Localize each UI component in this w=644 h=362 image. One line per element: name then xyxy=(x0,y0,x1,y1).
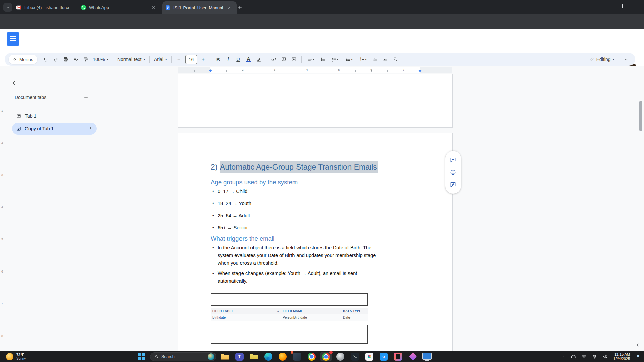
sunny-weather-icon xyxy=(6,353,13,360)
increase-font-size-button[interactable]: + xyxy=(199,55,208,64)
browser-tab-strip: Inbox (4) - ishann.tforce@gmai WhatsApp … xyxy=(0,0,644,14)
tab-options-kebab-icon[interactable] xyxy=(88,126,93,131)
doc-bullet: 65+ → Senior xyxy=(211,224,248,231)
underline-button[interactable]: U xyxy=(234,55,243,64)
field-table-row: Birthdate PersonBirthdate Date xyxy=(211,314,368,321)
doc-bullet: 18–24 → Youth xyxy=(211,200,251,207)
right-indent-marker[interactable] xyxy=(418,70,422,72)
touch-keyboard-icon[interactable] xyxy=(580,353,588,361)
doc-bullet: 0–17 → Child xyxy=(211,188,247,195)
tab-close-icon[interactable] xyxy=(151,5,156,10)
italic-button[interactable]: I xyxy=(224,55,233,64)
add-comment-icon[interactable] xyxy=(449,156,458,164)
window-minimize-button[interactable] xyxy=(598,0,613,12)
collapse-panel-chevron-icon[interactable] xyxy=(634,341,641,349)
taskbar-file-explorer-icon[interactable] xyxy=(219,352,231,361)
window-maximize-button[interactable] xyxy=(613,0,628,12)
field-table-header-row: FIELD LABEL▲ FIELD NAME DATA TYPE xyxy=(211,308,368,314)
start-button[interactable] xyxy=(136,352,147,361)
spell-check-icon[interactable] xyxy=(71,55,80,64)
embedded-screenshot-box-2 xyxy=(211,325,368,344)
taskbar-photos-icon[interactable] xyxy=(335,352,346,361)
emoji-reaction-icon[interactable] xyxy=(449,168,458,177)
align-icon[interactable]: ▾ xyxy=(304,55,318,64)
insert-image-icon[interactable] xyxy=(289,55,299,64)
onedrive-cloud-icon[interactable] xyxy=(569,353,577,361)
insert-comment-icon[interactable] xyxy=(279,55,288,64)
increase-indent-icon[interactable] xyxy=(381,55,390,64)
window-close-button[interactable] xyxy=(628,0,643,12)
numbered-list-icon[interactable]: ▾ xyxy=(357,55,370,64)
taskbar-center-icons: Search T >_ ‹› xyxy=(136,351,433,362)
left-indent-marker[interactable] xyxy=(209,70,212,72)
menus-label: Menus xyxy=(19,57,33,62)
close-tabs-panel-back-icon[interactable] xyxy=(9,77,21,89)
weather-widget[interactable]: 72°F Sunny xyxy=(3,351,29,362)
taskbar-search-box[interactable]: Search xyxy=(150,352,216,361)
undo-icon[interactable] xyxy=(41,55,50,64)
editing-mode-button[interactable]: Editing▾ xyxy=(587,55,616,64)
hidden-icons-chevron-icon[interactable] xyxy=(558,353,567,361)
embedded-screenshot-box-1 xyxy=(211,293,368,306)
new-tab-button[interactable] xyxy=(235,3,244,12)
google-docs-logo[interactable] xyxy=(7,32,19,46)
paint-format-icon[interactable] xyxy=(81,55,91,64)
taskbar-clock[interactable]: 11:15 AM 12/4/2025 xyxy=(612,352,631,361)
taskbar-gem-app-icon[interactable] xyxy=(407,352,418,361)
highlight-color-icon[interactable] xyxy=(254,55,263,64)
taskbar-folder-icon[interactable] xyxy=(248,352,260,361)
line-spacing-icon[interactable] xyxy=(318,55,328,64)
browser-tab-whatsapp[interactable]: WhatsApp xyxy=(78,2,164,12)
tab-search-button[interactable] xyxy=(3,3,12,12)
taskbar-remote-desktop-icon[interactable] xyxy=(421,352,433,361)
print-icon[interactable] xyxy=(61,55,70,64)
insert-link-icon[interactable] xyxy=(269,55,278,64)
bulleted-list-icon[interactable]: ▾ xyxy=(342,55,356,64)
taskbar-teams-icon[interactable]: T xyxy=(234,352,245,361)
sidebar-item-copy-of-tab-1[interactable]: Copy of Tab 1 xyxy=(12,123,97,135)
taskbar-vscode-icon[interactable]: ‹› xyxy=(378,352,389,361)
suggest-edits-icon[interactable] xyxy=(449,180,458,189)
tab-close-icon[interactable] xyxy=(227,6,231,10)
taskbar-chrome-icon[interactable] xyxy=(306,352,317,361)
document-page[interactable]: 2) Automatic Age-Group Stage Transition … xyxy=(178,133,453,351)
search-icon xyxy=(154,354,159,359)
horizontal-ruler[interactable]: 1 2 3 4 5 6 7 xyxy=(178,67,452,73)
collapse-toolbar-chevron-icon[interactable] xyxy=(622,55,631,64)
browser-tab-gmail[interactable]: Inbox (4) - ishann.tforce@gmai xyxy=(13,2,79,12)
checklist-icon[interactable]: ▾ xyxy=(328,55,342,64)
system-tray: 11:15 AM 12/4/2025 xyxy=(558,351,642,362)
decrease-indent-icon[interactable] xyxy=(371,55,380,64)
sidebar-item-tab-1[interactable]: Tab 1 xyxy=(12,110,97,122)
document-page-previous[interactable] xyxy=(178,74,453,128)
taskbar-terminal-icon[interactable]: >_ xyxy=(349,352,361,361)
taskbar-notification-app-icon[interactable] xyxy=(291,352,303,361)
paragraph-style-select[interactable]: Normal text▾ xyxy=(115,55,147,64)
doc-subheading-age-groups: Age groups used by the system xyxy=(211,179,298,186)
clear-formatting-icon[interactable] xyxy=(391,55,400,64)
taskbar-paint-icon[interactable] xyxy=(364,352,375,361)
taskbar-edge-icon[interactable] xyxy=(263,352,274,361)
bold-button[interactable]: B xyxy=(214,55,223,64)
menus-search-button[interactable]: Menus xyxy=(9,55,37,64)
font-family-select[interactable]: Arial▾ xyxy=(152,55,169,64)
selected-text: Automatic Age-Group Stage Transition Ema… xyxy=(220,161,378,173)
decrease-font-size-button[interactable]: − xyxy=(174,55,184,64)
vertical-scrollbar[interactable] xyxy=(639,101,642,131)
doc-bullet: In the Account object there is a field w… xyxy=(211,244,419,267)
volume-icon[interactable] xyxy=(601,353,609,361)
zoom-select[interactable]: 100%▾ xyxy=(91,55,110,64)
add-document-tab-icon[interactable] xyxy=(82,93,90,102)
search-placeholder: Search xyxy=(161,354,175,359)
tab-title: ISIJ_Portal_User_Manual - Goog xyxy=(173,5,224,10)
gmail-icon xyxy=(16,5,22,10)
browser-tab-active-docs[interactable]: ISIJ_Portal_User_Manual - Goog xyxy=(162,1,237,14)
taskbar-ide-icon[interactable] xyxy=(392,352,404,361)
wifi-icon[interactable] xyxy=(591,353,599,361)
text-color-button[interactable]: A xyxy=(244,55,253,64)
font-size-input[interactable]: 16 xyxy=(185,55,197,64)
notifications-bell-icon[interactable] xyxy=(634,353,642,361)
redo-icon[interactable] xyxy=(51,55,60,64)
taskbar-chrome-active-icon[interactable] xyxy=(320,352,332,361)
taskbar-firefox-icon[interactable] xyxy=(277,352,288,361)
